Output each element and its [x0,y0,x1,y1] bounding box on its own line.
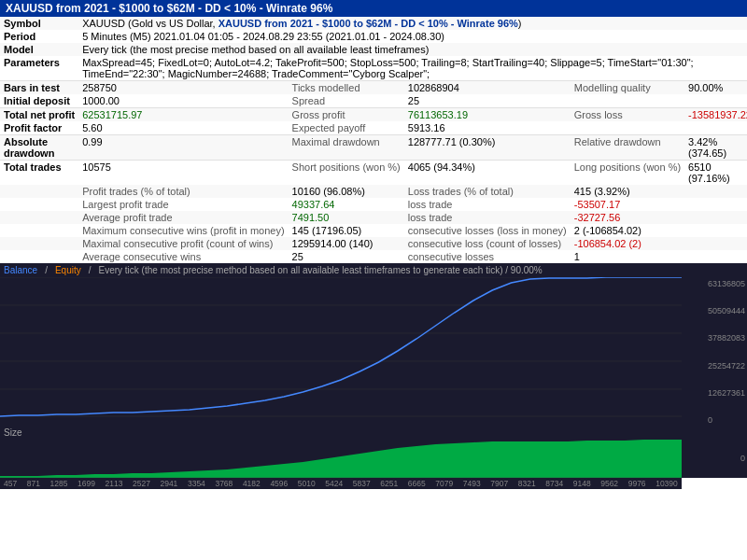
x-label-13: 5424 [325,479,343,488]
chart-legend: Balance / Equity / Every tick (the most … [0,263,747,277]
y-axis-labels: 63136805 50509444 37882083 25254722 1262… [708,277,745,427]
abs-dd-label: Absolutedrawdown [0,135,78,161]
ap-value: 7491.50 [289,211,404,224]
average-row: Average profit trade 7491.50 loss trade … [0,211,747,224]
rel-dd-value: 3.42% (374.65) [684,135,747,161]
x-label-4: 1699 [78,479,95,488]
x-label-12: 5010 [298,479,316,488]
short-pos-label: Short positions (won %) [289,161,404,186]
total-trades-label: Total trades [0,161,78,186]
pt-label: Profit trades (% of total) [78,185,288,198]
y-label-1: 0 [708,415,745,425]
profit-row: Total net profit 62531715.97 Gross profi… [0,108,747,122]
gross-loss-value: -13581937.22 [684,108,747,122]
equity-legend: Equity [55,265,81,275]
pf-label: Profit factor [0,121,78,135]
y-label-5: 50509444 [708,306,745,315]
parameters-row: Parameters MaxSpread=45; FixedLot=0; Aut… [0,56,747,81]
y-label-3: 25254722 [708,361,745,371]
trades-row: Total trades 10575 Short positions (won … [0,161,747,186]
profit-trades-row: Profit trades (% of total) 10160 (96.08%… [0,185,747,198]
abs-dd-value: 0.99 [78,135,288,161]
chart-area: 63136805 50509444 37882083 25254722 1262… [0,277,747,427]
mcw-value: 145 (17196.05) [289,224,404,237]
bars-value: 258750 [78,81,288,95]
x-label-25: 10390 [655,479,678,488]
period-label: Period [0,30,78,43]
bars-row: Bars in test 258750 Ticks modelled 10286… [0,81,747,95]
acw-spacer [0,250,78,263]
x-label-24: 9976 [628,479,646,488]
long-pos-value: 6510 (97.16%) [684,161,747,186]
x-label-22: 9148 [573,479,591,488]
bars-label: Bars in test [0,81,78,95]
al-value: -32727.56 [571,211,684,224]
model-label: Model [0,43,78,56]
mcw-spacer [0,224,78,237]
x-label-21: 8734 [545,479,563,488]
lp-label: Largest profit trade [78,198,288,211]
ap-spacer [0,211,78,224]
pf-value: 5.60 [78,121,288,135]
rel-dd-label: Relative drawdown [571,135,684,161]
abs-dd-row: Absolutedrawdown 0.99 Maximal drawdown 1… [0,135,747,161]
symbol-row: Symbol XAUUSD (Gold vs US Dollar, XAUUSD… [0,17,747,30]
chart-desc: Every tick (the most precise method base… [99,265,543,275]
x-label-6: 2527 [133,479,150,488]
x-axis: 457 871 1285 1699 2113 2527 2941 3354 37… [0,478,682,489]
header-title: XAUUSD from 2021 - $1000 to $62M - DD < … [6,2,332,15]
mcpl-value: -106854.02 (2) [571,237,684,250]
y-label-6: 63136805 [708,279,745,288]
period-row: Period 5 Minutes (M5) 2021.01.04 01:05 -… [0,30,747,43]
x-label-10: 4182 [243,479,261,488]
spread-label: Spread [289,94,404,108]
max-dd-label: Maximal drawdown [289,135,404,161]
model-row: Model Every tick (the most precise metho… [0,43,747,56]
x-label-17: 7079 [435,479,453,488]
size-label: Size [0,427,747,439]
lt-value: 415 (3.92%) [571,185,684,198]
lt-label: Loss trades (% of total) [404,185,571,198]
ticks-label: Ticks modelled [289,81,404,95]
mcw-label: Maximum consecutive wins (profit in mone… [78,224,288,237]
y-label-2: 12627361 [708,388,745,398]
info-table: Symbol XAUUSD (Gold vs US Dollar, XAUUSD… [0,17,747,263]
x-label-8: 3354 [188,479,205,488]
acw-value: 25 [289,250,404,263]
spread-value: 25 [404,94,571,108]
consec-profit-row: Maximal consecutive profit (count of win… [0,237,747,250]
size-chart: 0 [0,439,747,478]
max-dd-value: 128777.71 (0.30%) [404,135,571,161]
symbol-label: Symbol [0,17,78,30]
deposit-value: 1000.00 [78,94,288,108]
profit-factor-row: Profit factor 5.60 Expected payoff 5913.… [0,121,747,135]
total-trades-value: 10575 [78,161,288,186]
x-label-5: 2113 [105,479,122,488]
acw-label: Average consecutive wins [78,250,288,263]
equity-chart [0,277,682,417]
ep-value: 5913.16 [404,121,571,135]
short-pos-value: 4065 (94.34%) [404,161,571,186]
modelling-label: Modelling quality [571,81,684,95]
x-label-18: 7493 [463,479,481,488]
acl-value: 1 [571,250,684,263]
x-label-7: 2941 [160,479,177,488]
ap-label: Average profit trade [78,211,288,224]
net-profit-label: Total net profit [0,108,78,122]
avg-consec-row: Average consecutive wins 25 consecutive … [0,250,747,263]
lp-value: 49337.64 [289,198,404,211]
mcp-label: Maximal consecutive profit (count of win… [78,237,288,250]
net-profit-value: 62531715.97 [78,108,288,122]
parameters-value: MaxSpread=45; FixedLot=0; AutoLot=4.2; T… [78,56,747,81]
ep-label: Expected payoff [289,121,404,135]
x-label-19: 7907 [490,479,508,488]
header-bar: XAUUSD from 2021 - $1000 to $62M - DD < … [0,0,747,17]
ticks-value: 102868904 [404,81,571,95]
mcp-value: 1295914.00 (140) [289,237,404,250]
mcp-spacer [0,237,78,250]
deposit-row: Initial deposit 1000.00 Spread 25 [0,94,747,108]
size-zero-label: 0 [740,454,745,463]
parameters-label: Parameters [0,56,78,81]
acl-label: consecutive losses [404,250,571,263]
mcl-label: consecutive losses (loss in money) [404,224,571,237]
